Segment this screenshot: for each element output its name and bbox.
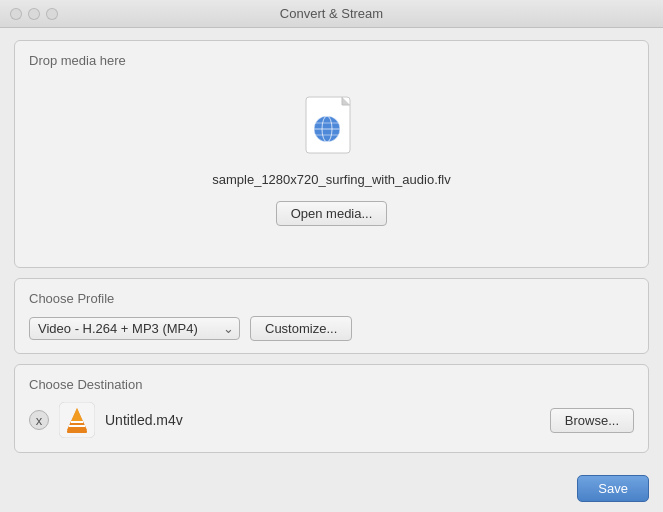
traffic-lights <box>10 8 58 20</box>
media-file-icon <box>302 94 362 164</box>
save-button[interactable]: Save <box>577 475 649 502</box>
title-bar: Convert & Stream <box>0 0 663 28</box>
main-content: Drop media here <box>0 28 663 467</box>
profile-select-wrapper[interactable]: Video - H.264 + MP3 (MP4) Video - H.265 … <box>29 317 240 340</box>
drop-media-panel: Drop media here <box>14 40 649 268</box>
profile-panel-title: Choose Profile <box>29 291 634 306</box>
close-button[interactable] <box>10 8 22 20</box>
open-media-button[interactable]: Open media... <box>276 201 388 226</box>
remove-destination-button[interactable]: x <box>29 410 49 430</box>
media-filename: sample_1280x720_surfing_with_audio.flv <box>212 172 451 187</box>
media-area: sample_1280x720_surfing_with_audio.flv O… <box>29 68 634 251</box>
vlc-icon <box>59 402 95 438</box>
profile-select[interactable]: Video - H.264 + MP3 (MP4) Video - H.265 … <box>29 317 240 340</box>
window-title: Convert & Stream <box>280 6 383 21</box>
drop-panel-title: Drop media here <box>29 53 126 68</box>
svg-rect-12 <box>67 430 87 433</box>
browse-button[interactable]: Browse... <box>550 408 634 433</box>
destination-panel-title: Choose Destination <box>29 377 634 392</box>
bottom-bar: Save <box>0 467 663 512</box>
profile-controls: Video - H.264 + MP3 (MP4) Video - H.265 … <box>29 316 634 341</box>
minimize-button[interactable] <box>28 8 40 20</box>
customize-button[interactable]: Customize... <box>250 316 352 341</box>
maximize-button[interactable] <box>46 8 58 20</box>
profile-panel: Choose Profile Video - H.264 + MP3 (MP4)… <box>14 278 649 354</box>
destination-row: x Untitled.m4v Browse... <box>29 402 634 438</box>
destination-filename: Untitled.m4v <box>105 412 540 428</box>
destination-panel: Choose Destination x Untitled.m4v Browse… <box>14 364 649 453</box>
